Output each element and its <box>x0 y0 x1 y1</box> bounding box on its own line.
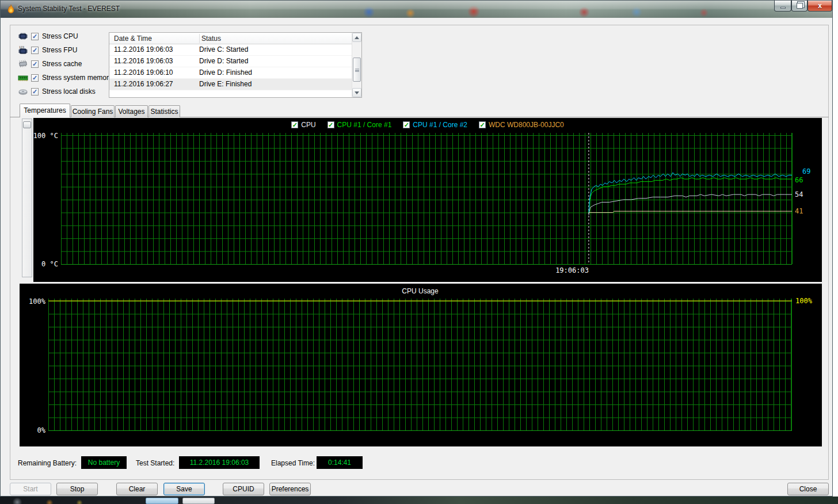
app-flame-icon <box>6 4 16 14</box>
legend-item: ✓WDC WD800JB-00JJC0 <box>479 121 564 129</box>
svg-text:100%: 100% <box>29 297 46 306</box>
stress-fpu-label: Stress FPU <box>42 46 77 54</box>
battery-value: No battery <box>81 456 127 469</box>
svg-text:CPU Usage: CPU Usage <box>402 287 439 295</box>
disk-icon <box>18 87 28 96</box>
clear-button[interactable]: Clear <box>116 483 158 495</box>
legend-label: CPU <box>301 121 315 129</box>
app-window: System Stability Test - EVEREST x ✓ Stre… <box>0 0 833 497</box>
svg-text:100%: 100% <box>795 297 813 305</box>
column-header-datetime[interactable]: Date & Time <box>114 35 152 43</box>
column-header-status[interactable]: Status <box>201 35 221 43</box>
close-window-button[interactable]: x <box>807 1 832 12</box>
table-row[interactable]: 11.2.2016 19:06:03Drive D: Started <box>109 56 352 67</box>
legend-label: CPU #1 / Core #2 <box>413 121 467 129</box>
svg-text:41: 41 <box>795 207 803 215</box>
stop-button[interactable]: Stop <box>56 483 98 495</box>
svg-text:100 °C: 100 °C <box>33 132 58 140</box>
cell-datetime: 11.2.2016 19:06:10 <box>109 67 197 78</box>
scroll-down-button[interactable] <box>352 88 361 97</box>
legend-checkbox[interactable]: ✓ <box>403 121 410 128</box>
fpu-icon: 123 <box>18 45 28 55</box>
stress-memory-checkbox[interactable]: ✓ <box>31 74 39 82</box>
svg-text:69: 69 <box>802 167 810 175</box>
stress-memory-label: Stress system memory <box>42 74 112 82</box>
svg-text:123: 123 <box>19 45 24 49</box>
scrollbar-grip-icon <box>355 68 359 70</box>
stress-option-cpu: ✓ Stress CPU <box>18 31 78 41</box>
close-button[interactable]: Close <box>787 483 829 495</box>
usage-chart: 100%100%0%CPU Usage <box>20 284 822 446</box>
legend-item: ✓CPU #1 / Core #2 <box>403 121 467 129</box>
legend-checkbox[interactable]: ✓ <box>327 121 334 128</box>
screen: System Stability Test - EVEREST x ✓ Stre… <box>0 0 838 504</box>
log-table-header: Date & Time Status <box>109 33 352 44</box>
title-bar[interactable]: System Stability Test - EVEREST x <box>1 1 832 18</box>
preferences-button[interactable]: Preferences <box>269 483 311 495</box>
legend-checkbox[interactable]: ✓ <box>291 121 298 128</box>
taskbar-window-button[interactable] <box>182 498 215 504</box>
memory-icon <box>18 73 28 82</box>
minimize-button[interactable] <box>774 1 791 12</box>
chart-scrollbar-track[interactable] <box>22 119 32 277</box>
stress-disks-checkbox[interactable]: ✓ <box>31 88 39 96</box>
tab-statistics[interactable]: Statistics <box>148 105 180 117</box>
stress-option-fpu: 123 ✓ Stress FPU <box>18 45 77 55</box>
log-table-scrollbar <box>352 33 361 97</box>
stress-cache-checkbox[interactable]: ✓ <box>31 60 39 68</box>
log-table-body: 11.2.2016 19:06:03Drive C: Started11.2.2… <box>109 44 352 97</box>
temp-legend: ✓CPU✓CPU #1 / Core #1✓CPU #1 / Core #2✓W… <box>33 121 822 129</box>
log-table: Date & Time Status 11.2.2016 19:06:03Dri… <box>109 32 362 98</box>
cell-status: Drive D: Finished <box>197 67 352 78</box>
cell-status: Drive E: Finished <box>197 79 352 90</box>
close-icon: x <box>818 2 822 10</box>
cell-datetime: 11.2.2016 19:06:03 <box>109 44 197 55</box>
svg-text:66: 66 <box>795 176 803 184</box>
stress-disks-label: Stress local disks <box>42 87 96 96</box>
tab-temperatures-label: Temperatures <box>24 106 66 114</box>
stress-option-cache: ✓ Stress cache <box>18 59 82 69</box>
column-divider <box>199 34 200 43</box>
save-button[interactable]: Save <box>163 483 205 495</box>
battery-label: Remaining Battery: <box>18 459 77 467</box>
scrollbar-thumb[interactable] <box>353 58 361 82</box>
chart-scrollbar-thumb[interactable] <box>23 121 31 128</box>
svg-text:0%: 0% <box>37 426 46 434</box>
maximize-button[interactable] <box>791 1 807 12</box>
legend-checkbox[interactable]: ✓ <box>479 121 486 128</box>
legend-item: ✓CPU <box>291 121 315 129</box>
tab-cooling-fans-label: Cooling Fans <box>73 108 113 116</box>
table-row[interactable]: 11.2.2016 19:06:10Drive D: Finished <box>109 67 352 79</box>
cell-status: Drive C: Started <box>197 44 352 55</box>
svg-text:54: 54 <box>795 190 803 198</box>
test-started-value: 11.2.2016 19:06:03 <box>179 456 260 469</box>
legend-item: ✓CPU #1 / Core #1 <box>327 121 392 129</box>
cell-datetime: 11.2.2016 19:06:03 <box>109 56 197 67</box>
taskbar-window-button-active[interactable] <box>146 498 178 504</box>
cell-datetime: 11.2.2016 19:06:27 <box>109 79 197 90</box>
tab-statistics-label: Statistics <box>150 108 178 116</box>
test-started-label: Test Started: <box>136 459 174 467</box>
minimize-icon <box>780 7 786 9</box>
arrow-up-icon <box>355 36 359 39</box>
table-row[interactable]: 11.2.2016 19:06:03Drive C: Started <box>109 44 352 56</box>
legend-label: CPU #1 / Core #1 <box>337 121 392 129</box>
tab-cooling-fans[interactable]: Cooling Fans <box>71 105 115 117</box>
stress-cpu-checkbox[interactable]: ✓ <box>31 33 39 40</box>
scroll-up-button[interactable] <box>352 33 361 42</box>
svg-text:0 °C: 0 °C <box>41 260 58 268</box>
table-row[interactable]: 11.2.2016 19:06:27Drive E: Finished <box>109 79 352 90</box>
tab-temperatures[interactable]: Temperatures <box>20 104 70 117</box>
restore-icon <box>797 3 803 9</box>
cpuid-button[interactable]: CPUID <box>223 483 264 495</box>
titlebar-glass <box>1 1 832 18</box>
stress-cpu-label: Stress CPU <box>42 32 78 40</box>
svg-text:19:06:03: 19:06:03 <box>555 266 589 274</box>
tab-voltages[interactable]: Voltages <box>115 105 148 117</box>
stress-option-disks: ✓ Stress local disks <box>18 86 96 97</box>
start-button[interactable]: Start <box>10 483 51 495</box>
stress-fpu-checkbox[interactable]: ✓ <box>31 47 39 54</box>
cache-icon <box>18 59 28 68</box>
tab-voltages-label: Voltages <box>118 108 144 116</box>
taskbar <box>0 497 838 504</box>
